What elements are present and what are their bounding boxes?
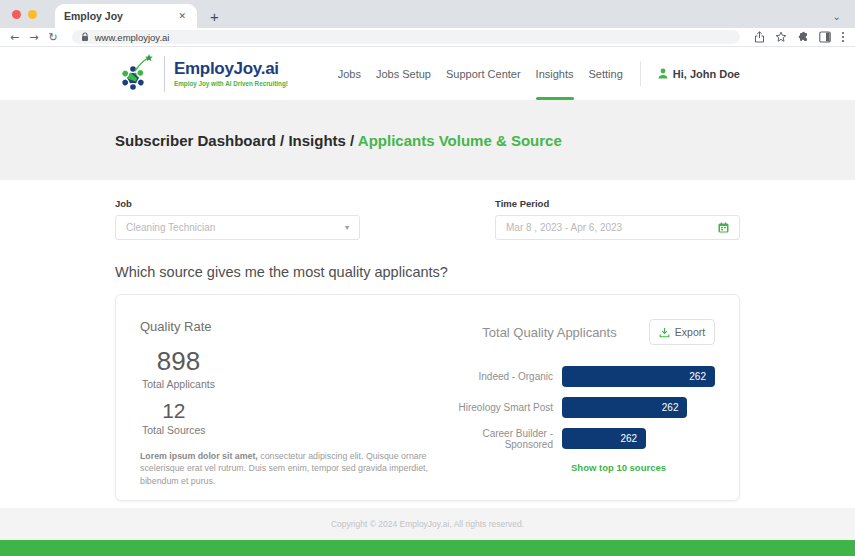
bar-career-builder-sponsored: 262: [562, 428, 646, 449]
total-applicants-label: Total Applicants: [142, 378, 215, 390]
total-applicants-value: 898: [142, 347, 215, 376]
bar-row-career-builder-sponsored: Career Builder - Sponsored 262: [450, 428, 715, 449]
bar-label: Indeed - Organic: [450, 371, 562, 382]
insight-question: Which source gives me the most quality a…: [115, 264, 740, 280]
bar-value: 262: [620, 433, 637, 444]
job-label: Job: [115, 198, 360, 209]
nav-item-jobs[interactable]: Jobs: [338, 47, 361, 100]
url-text: www.employjoy.ai: [95, 32, 170, 43]
breadcrumb-current: Applicants Volume & Source: [358, 132, 562, 149]
filters-row: Job Cleaning Technician ▾ Time Period Ma…: [115, 198, 740, 240]
user-menu[interactable]: Hi, John Doe: [658, 47, 740, 100]
time-period-input[interactable]: Mar 8 , 2023 - Apr 6, 2023: [495, 215, 740, 240]
breadcrumb-band: Subscriber Dashboard / Insights / Applic…: [0, 100, 855, 180]
page-content: Job Cleaning Technician ▾ Time Period Ma…: [0, 180, 855, 508]
copyright-text: Copyright © 2024 EmployJoy.ai, All right…: [331, 519, 524, 529]
show-top-sources-link[interactable]: Show top 10 sources: [571, 462, 715, 473]
user-greeting: Hi, John Doe: [673, 68, 740, 80]
browser-tab[interactable]: Employ Joy ✕: [55, 4, 197, 28]
sidebar-panel-icon[interactable]: [819, 31, 831, 43]
bar-indeed-organic: 262: [562, 366, 715, 387]
breadcrumb: Subscriber Dashboard / Insights / Applic…: [115, 132, 562, 149]
total-sources-label: Total Sources: [142, 424, 206, 436]
quality-applicants-chart-panel: Total Quality Applicants Export Indeed -…: [440, 319, 715, 482]
back-icon[interactable]: ←: [10, 31, 19, 44]
footer-accent-bar: [0, 540, 855, 556]
extensions-puzzle-icon[interactable]: [797, 31, 809, 43]
total-sources-stat: 12 Total Sources: [142, 399, 206, 436]
tab-close-icon[interactable]: ✕: [176, 11, 188, 21]
bar-value: 262: [689, 371, 706, 382]
share-icon[interactable]: [754, 31, 765, 43]
chart-header: Total Quality Applicants Export: [450, 319, 715, 345]
nav-divider: [640, 61, 641, 86]
bar-label: Career Builder - Sponsored: [450, 428, 562, 450]
job-field: Job Cleaning Technician ▾: [115, 198, 360, 240]
logo-wordmark: EmployJoy.ai: [174, 60, 288, 79]
tab-title: Employ Joy: [64, 10, 176, 22]
bar-track: 262: [562, 428, 715, 449]
logo[interactable]: EmployJoy.ai Employ Joy with AI Driven R…: [115, 47, 288, 100]
reload-icon[interactable]: ↻: [48, 31, 57, 44]
time-period-label: Time Period: [495, 198, 740, 209]
tab-list-chevron-icon[interactable]: ⌄: [833, 11, 841, 22]
bar-track: 262: [562, 366, 715, 387]
chevron-down-icon: ▾: [345, 223, 349, 232]
calendar-icon[interactable]: [718, 222, 729, 233]
new-tab-button[interactable]: +: [210, 9, 219, 24]
bar-label: Hireology Smart Post: [450, 402, 562, 413]
job-select[interactable]: Cleaning Technician ▾: [115, 215, 360, 240]
job-select-value: Cleaning Technician: [126, 222, 215, 233]
logo-mark-icon: [115, 53, 155, 95]
time-period-value: Mar 8 , 2023 - Apr 6, 2023: [506, 222, 622, 233]
site-header: EmployJoy.ai Employ Joy with AI Driven R…: [0, 47, 855, 100]
bar-chart: Indeed - Organic 262 Hireology Smart Pos…: [450, 366, 715, 459]
bookmark-star-icon[interactable]: [775, 31, 787, 43]
nav-item-insights[interactable]: Insights: [536, 47, 574, 100]
forward-icon[interactable]: →: [29, 31, 38, 44]
nav-item-jobs-setup[interactable]: Jobs Setup: [376, 47, 431, 100]
user-icon: [658, 68, 668, 79]
download-icon: [659, 327, 670, 338]
address-bar[interactable]: www.employjoy.ai: [72, 30, 740, 44]
main-nav: Jobs Jobs Setup Support Center Insights …: [338, 47, 740, 100]
nav-item-setting[interactable]: Setting: [589, 47, 623, 100]
export-button-label: Export: [675, 326, 705, 338]
logo-tagline: Employ Joy with AI Driven Recruiting!: [174, 80, 288, 87]
chart-title: Total Quality Applicants: [450, 325, 649, 340]
bar-track: 262: [562, 397, 715, 418]
window-zoom-button[interactable]: [44, 10, 53, 19]
description-lead: Lorem ipsum dolor sit amet,: [140, 451, 258, 461]
total-applicants-stat: 898 Total Applicants: [142, 347, 215, 390]
window-minimize-button[interactable]: [28, 10, 37, 19]
window-controls: [12, 10, 53, 19]
bar-row-hireology-smart-post: Hireology Smart Post 262: [450, 397, 715, 418]
bar-row-indeed-organic: Indeed - Organic 262: [450, 366, 715, 387]
quality-rate-card: Quality Rate 898 Total Applicants 12 Tot…: [115, 294, 740, 501]
time-period-field: Time Period Mar 8 , 2023 - Apr 6, 2023: [495, 198, 740, 240]
quality-rate-title: Quality Rate: [140, 319, 440, 334]
nav-item-support-center[interactable]: Support Center: [446, 47, 521, 100]
bar-hireology-smart-post: 262: [562, 397, 687, 418]
breadcrumb-path[interactable]: Subscriber Dashboard / Insights /: [115, 132, 358, 149]
browser-tab-strip: Employ Joy ✕ + ⌄: [0, 0, 855, 28]
quality-rate-description: Lorem ipsum dolor sit amet, consectetur …: [140, 450, 438, 488]
export-button[interactable]: Export: [649, 319, 715, 345]
logo-divider: [164, 56, 165, 92]
bar-value: 262: [662, 402, 679, 413]
browser-toolbar: ← → ↻ www.employjoy.ai: [0, 28, 855, 47]
browser-menu-dots-icon[interactable]: [841, 31, 845, 43]
page-footer: Copyright © 2024 EmployJoy.ai, All right…: [0, 508, 855, 540]
lock-icon: [81, 32, 89, 42]
window-close-button[interactable]: [12, 10, 21, 19]
total-sources-value: 12: [142, 399, 206, 422]
quality-rate-summary: Quality Rate 898 Total Applicants 12 Tot…: [140, 319, 440, 482]
